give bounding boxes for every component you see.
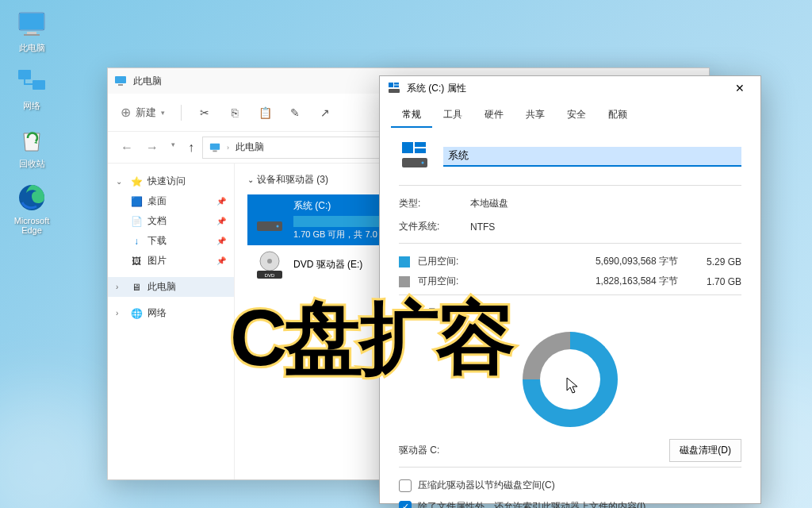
pin-icon: 📌 (216, 217, 226, 225)
desktop-icon-label: Microsoft Edge (8, 216, 56, 235)
svg-rect-20 (389, 83, 393, 87)
svg-rect-2 (27, 32, 36, 34)
pc-icon (209, 142, 220, 153)
desktop-icon-edge[interactable]: Microsoft Edge (8, 182, 56, 235)
copy-icon[interactable]: ⎘ (228, 106, 242, 120)
svg-point-28 (422, 162, 424, 164)
network-icon: 🌐 (130, 307, 143, 320)
properties-body: 类型:本地磁盘 文件系统:NTFS 已用空间: 5,690,093,568 字节… (380, 128, 760, 508)
nav-forward[interactable]: → (146, 140, 159, 155)
sidebar-network[interactable]: ›🌐网络 (108, 303, 234, 323)
svg-rect-25 (415, 142, 426, 147)
free-label: 可用空间: (418, 275, 489, 288)
svg-rect-10 (213, 150, 216, 152)
svg-point-15 (277, 225, 279, 228)
svg-rect-7 (115, 76, 126, 83)
drive-icon (388, 82, 400, 94)
desktop-folder-icon: 🟦 (130, 195, 143, 208)
drive-icon (254, 204, 285, 236)
sidebar: ⌄⭐快速访问 🟦桌面📌 📄文档📌 ↓下载📌 🖼图片📌 ›🖥此电脑 ›🌐网络 (108, 164, 235, 479)
pc-icon (16, 8, 48, 40)
recycle-icon (16, 124, 48, 156)
rename-icon[interactable]: ✎ (288, 106, 302, 120)
drive-c-label: 驱动器 C: (399, 444, 439, 457)
new-button[interactable]: ⊕新建▾ (121, 105, 165, 120)
disk-cleanup-button[interactable]: 磁盘清理(D) (669, 439, 741, 462)
pin-icon: 📌 (216, 256, 226, 265)
fs-value: NTFS (470, 221, 741, 233)
svg-rect-4 (18, 70, 31, 79)
cursor-icon (565, 376, 581, 395)
index-checkbox-row[interactable]: ✓ 除了文件属性外，还允许索引此驱动器上文件的内容(I) (399, 500, 741, 508)
svg-rect-26 (415, 148, 426, 153)
edge-icon (16, 182, 48, 214)
nav-recent[interactable]: ▾ (171, 140, 175, 155)
svg-rect-23 (389, 89, 400, 93)
drive-icon (399, 140, 431, 172)
pin-icon: 📌 (216, 237, 226, 245)
properties-title-bar: 系统 (C:) 属性 ✕ (380, 76, 760, 100)
compress-checkbox-row[interactable]: 压缩此驱动器以节约磁盘空间(C) (399, 479, 741, 492)
tab-tools[interactable]: 工具 (432, 103, 473, 128)
close-button[interactable]: ✕ (727, 79, 753, 98)
used-label: 已用空间: (418, 255, 489, 268)
dvd-icon: DVD (254, 250, 285, 282)
svg-rect-24 (402, 142, 413, 153)
nav-up[interactable]: ↑ (188, 140, 194, 155)
tab-sharing[interactable]: 共享 (515, 103, 556, 128)
downloads-icon: ↓ (130, 235, 143, 248)
desktop-icon-this-pc[interactable]: 此电脑 (8, 8, 56, 54)
svg-rect-8 (118, 84, 123, 86)
sidebar-item-documents[interactable]: 📄文档📌 (108, 211, 234, 231)
paste-icon[interactable]: 📋 (258, 106, 272, 120)
svg-rect-9 (210, 143, 220, 149)
desktop-icon-network[interactable]: 网络 (8, 66, 56, 112)
tab-hardware[interactable]: 硬件 (473, 103, 515, 128)
used-bytes: 5,690,093,568 字节 (489, 255, 694, 268)
free-size: 1.70 GB (694, 276, 741, 287)
cut-icon[interactable]: ✂ (197, 106, 212, 120)
pin-icon: 📌 (216, 197, 226, 206)
documents-icon: 📄 (130, 215, 143, 228)
desktop-icon-recycle[interactable]: 回收站 (8, 124, 56, 170)
path-text: 此电脑 (236, 140, 264, 154)
svg-rect-13 (270, 214, 281, 218)
svg-rect-0 (19, 13, 44, 30)
svg-rect-12 (270, 207, 281, 212)
used-swatch (399, 256, 410, 267)
index-checkbox[interactable]: ✓ (399, 501, 412, 509)
pc-icon: 🖥 (130, 281, 143, 294)
sidebar-quick-access[interactable]: ⌄⭐快速访问 (108, 171, 234, 191)
tab-general[interactable]: 常规 (391, 103, 432, 128)
svg-rect-11 (257, 207, 268, 218)
tab-security[interactable]: 安全 (556, 103, 597, 128)
properties-title: 系统 (C:) 属性 (407, 82, 466, 95)
network-icon (16, 66, 48, 98)
svg-rect-3 (24, 34, 40, 36)
sidebar-this-pc[interactable]: ›🖥此电脑 (108, 277, 234, 297)
sidebar-item-pictures[interactable]: 🖼图片📌 (108, 251, 234, 271)
pictures-icon: 🖼 (130, 255, 143, 267)
desktop-icon-label: 网络 (23, 100, 40, 112)
compress-checkbox[interactable] (399, 479, 412, 492)
nav-back[interactable]: ← (121, 140, 133, 155)
used-size: 5.29 GB (694, 256, 741, 267)
svg-point-17 (267, 259, 272, 264)
tab-quota[interactable]: 配额 (597, 103, 638, 128)
desktop-icon-label: 回收站 (19, 158, 45, 170)
svg-text:DVD: DVD (265, 273, 275, 278)
fs-label: 文件系统: (399, 220, 470, 233)
type-value: 本地磁盘 (470, 197, 741, 210)
type-label: 类型: (399, 197, 470, 210)
pc-icon (114, 75, 127, 87)
free-swatch (399, 276, 410, 287)
capacity-label: 容量: (418, 306, 489, 320)
sidebar-item-downloads[interactable]: ↓下载📌 (108, 231, 234, 251)
sidebar-item-desktop[interactable]: 🟦桌面📌 (108, 191, 234, 211)
share-icon[interactable]: ↗ (318, 106, 332, 120)
drive-name-input[interactable] (443, 147, 741, 167)
free-bytes: 1,828,163,584 字节 (489, 275, 694, 288)
desktop-icon-label: 此电脑 (19, 42, 45, 54)
desktop-icons: 此电脑 网络 回收站 Microsoft Edge (8, 8, 56, 235)
properties-window: 系统 (C:) 属性 ✕ 常规 工具 硬件 共享 安全 配额 类型:本地磁盘 文… (379, 75, 761, 504)
